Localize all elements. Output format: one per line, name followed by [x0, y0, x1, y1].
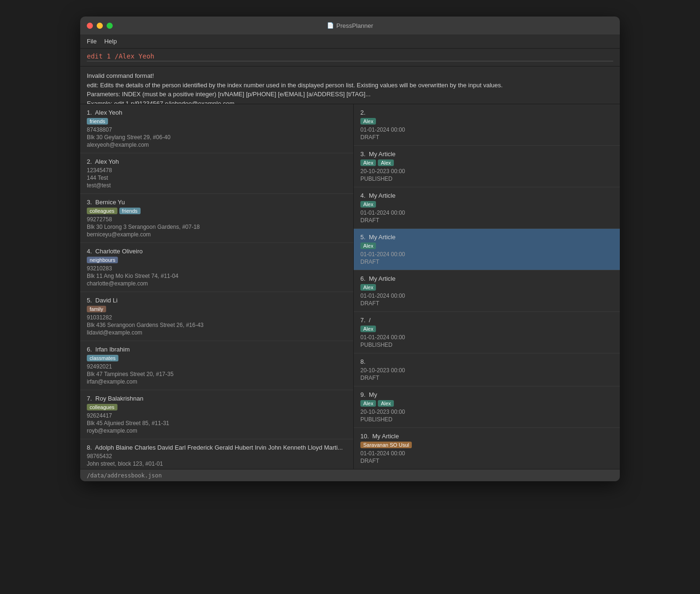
person-address: Blk 45 Aljunied Street 85, #11-31	[87, 420, 347, 427]
person-name: 7. Roy Balakrishnan	[87, 395, 347, 402]
article-item-1[interactable]: 2. Alex 01-01-2024 00:00 DRAFT	[354, 104, 620, 146]
article-item-8[interactable]: 9. My AlexAlex 20-10-2023 00:00 PUBLISHE…	[354, 386, 620, 428]
article-status: DRAFT	[360, 300, 613, 307]
article-status: PUBLISHED	[360, 176, 613, 182]
article-title: 3. My Article	[360, 151, 613, 158]
person-name: 5. David Li	[87, 297, 347, 304]
person-item-3[interactable]: 3. Bernice Yu colleaguesfriends 99272758…	[80, 194, 353, 243]
person-item-8[interactable]: 8. Adolph Blaine Charles David Earl Fred…	[80, 439, 353, 469]
article-tag-alex: Alex	[360, 201, 376, 208]
tag-colleagues: colleagues	[87, 404, 117, 410]
article-item-2[interactable]: 3. My Article AlexAlex 20-10-2023 00:00 …	[354, 146, 620, 187]
article-item-5[interactable]: 6. My Article Alex 01-01-2024 00:00 DRAF…	[354, 270, 620, 312]
article-date: 20-10-2023 00:00	[360, 367, 613, 374]
person-item-5[interactable]: 5. David Li family 91031282 Blk 436 Sera…	[80, 292, 353, 341]
tag-colleagues: colleagues	[87, 208, 117, 214]
article-tag-alex: Alex	[360, 284, 376, 291]
person-name: 8. Adolph Blaine Charles David Earl Fred…	[87, 444, 347, 451]
article-tag-alex: Alex	[378, 159, 393, 166]
article-status: DRAFT	[360, 375, 613, 381]
article-title: 4. My Article	[360, 192, 613, 199]
tag-neighbours: neighbours	[87, 257, 118, 263]
person-name: 6. Irfan Ibrahim	[87, 346, 347, 353]
person-item-6[interactable]: 6. Irfan Ibrahim classmates 92492021 Blk…	[80, 341, 353, 390]
main-content: 1. Alex Yeoh friends 87438807 Blk 30 Gey…	[80, 104, 620, 469]
person-item-2[interactable]: 2. Alex Yoh 12345478 144 Test test@test	[80, 153, 353, 194]
article-status: PUBLISHED	[360, 416, 613, 423]
article-date: 20-10-2023 00:00	[360, 168, 613, 175]
article-date: 20-10-2023 00:00	[360, 409, 613, 415]
article-status: DRAFT	[360, 458, 613, 464]
article-tag-alex: Alex	[360, 326, 376, 332]
article-item-9[interactable]: 10. My Article Saravanan SO Usul 01-01-2…	[354, 428, 620, 469]
article-tag-alex: Alex	[360, 400, 376, 407]
person-address: Blk 30 Geylang Street 29, #06-40	[87, 134, 347, 141]
article-status: PUBLISHED	[360, 342, 613, 348]
article-date: 01-01-2024 00:00	[360, 251, 613, 258]
article-item-6[interactable]: 7. / Alex 01-01-2024 00:00 PUBLISHED	[354, 312, 620, 353]
tag-row: family	[87, 306, 347, 312]
article-status: DRAFT	[360, 134, 613, 141]
article-tag-alex: Alex	[360, 118, 376, 125]
person-list[interactable]: 1. Alex Yeoh friends 87438807 Blk 30 Gey…	[80, 104, 354, 469]
person-email: test@test	[87, 182, 347, 189]
status-path: /data/addressbook.json	[87, 472, 162, 479]
person-item-1[interactable]: 1. Alex Yeoh friends 87438807 Blk 30 Gey…	[80, 104, 353, 153]
article-date: 01-01-2024 00:00	[360, 126, 613, 133]
article-list[interactable]: 2. Alex 01-01-2024 00:00 DRAFT 3. My Art…	[354, 104, 620, 469]
tag-classmates: classmates	[87, 355, 118, 361]
article-title: 2.	[360, 109, 613, 116]
article-item-7[interactable]: 8. 20-10-2023 00:00 DRAFT	[354, 353, 620, 386]
tag-row: classmates	[87, 355, 347, 361]
tag-family: family	[87, 306, 106, 312]
title-icon: 📄	[327, 22, 334, 29]
article-tag-alex: Alex	[378, 400, 393, 407]
article-tag-saravanan: Saravanan SO Usul	[360, 442, 412, 448]
person-name: 2. Alex Yoh	[87, 158, 347, 165]
person-item-4[interactable]: 4. Charlotte Oliveiro neighbours 9321028…	[80, 243, 353, 292]
output-line1: Invalid command format!	[87, 71, 613, 81]
article-tag-row: Alex	[360, 243, 613, 249]
article-tag-row: Alex	[360, 284, 613, 291]
tag-row: neighbours	[87, 257, 347, 263]
article-status: DRAFT	[360, 259, 613, 265]
traffic-lights	[87, 23, 113, 29]
article-title: 8.	[360, 358, 613, 365]
person-phone: 93210283	[87, 265, 347, 272]
article-date: 01-01-2024 00:00	[360, 450, 613, 457]
person-email: alexyeoh@example.com	[87, 142, 347, 148]
article-title: 5. My Article	[360, 234, 613, 241]
article-status: DRAFT	[360, 217, 613, 224]
person-name: 4. Charlotte Oliveiro	[87, 248, 347, 255]
person-phone: 91031282	[87, 314, 347, 321]
article-item-3[interactable]: 4. My Article Alex 01-01-2024 00:00 DRAF…	[354, 187, 620, 229]
person-item-7[interactable]: 7. Roy Balakrishnan colleagues 92624417 …	[80, 390, 353, 439]
tag-row: colleaguesfriends	[87, 208, 347, 214]
command-bar	[80, 49, 620, 67]
menu-bar: File Help	[80, 34, 620, 49]
minimize-button[interactable]	[97, 23, 103, 29]
command-divider	[87, 61, 613, 61]
person-phone: 98765432	[87, 453, 347, 460]
menu-file[interactable]: File	[87, 38, 97, 45]
tag-friends: friends	[119, 208, 141, 214]
close-button[interactable]	[87, 23, 93, 29]
person-phone: 99272758	[87, 216, 347, 223]
article-tag-row: AlexAlex	[360, 159, 613, 166]
output-panel: Invalid command format! edit: Edits the …	[80, 67, 620, 104]
article-date: 01-01-2024 00:00	[360, 334, 613, 341]
article-date: 01-01-2024 00:00	[360, 293, 613, 299]
person-email: berniceyu@example.com	[87, 231, 347, 238]
article-item-4[interactable]: 5. My Article Alex 01-01-2024 00:00 DRAF…	[354, 229, 620, 270]
person-phone: 92624417	[87, 412, 347, 419]
person-address: John street, block 123, #01-01	[87, 460, 347, 467]
article-tag-row: Saravanan SO Usul	[360, 442, 613, 448]
title-label: PressPlanner	[336, 22, 373, 29]
maximize-button[interactable]	[107, 23, 113, 29]
output-line4: Example: edit 1 p/91234567 e/johndoe@exa…	[87, 99, 613, 105]
menu-help[interactable]: Help	[104, 38, 117, 45]
command-input[interactable]	[87, 52, 613, 60]
person-name: 3. Bernice Yu	[87, 199, 347, 206]
tag-friends: friends	[87, 118, 108, 125]
title-bar: 📄 PressPlanner	[80, 17, 620, 34]
